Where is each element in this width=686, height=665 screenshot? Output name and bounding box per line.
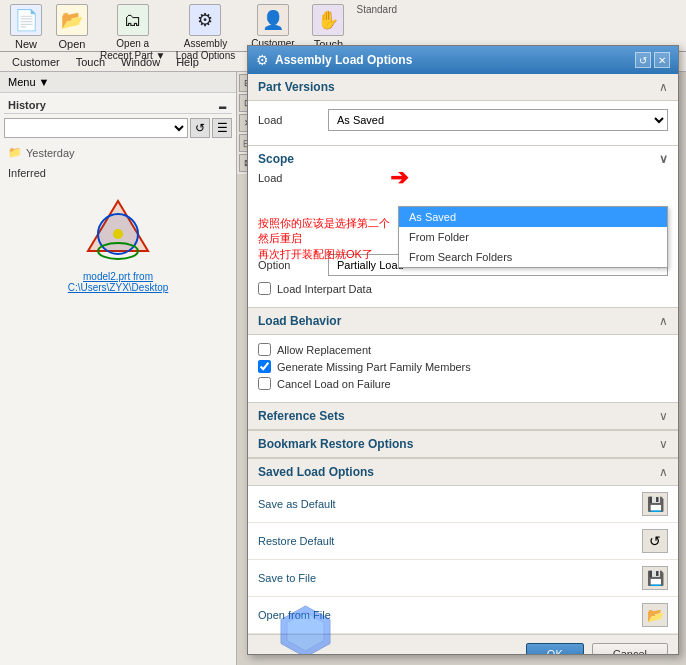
menu-window[interactable]: Window [113, 56, 168, 68]
recent-icon: 🗂 [117, 4, 149, 36]
cancel-load-checkbox[interactable] [258, 377, 271, 390]
save-default-row: Save as Default 💾 [248, 486, 678, 523]
open-icon: 📂 [56, 4, 88, 36]
restore-default-btn[interactable]: ↺ [642, 529, 668, 553]
new-icon: 📄 [10, 4, 42, 36]
load-row: Load As Saved [258, 109, 668, 131]
standard-label: Standard [356, 4, 397, 15]
dialog-close-btn[interactable]: ✕ [654, 52, 670, 68]
yesterday-label: Yesterday [26, 147, 75, 159]
open-button[interactable]: 📂 Open [54, 4, 90, 50]
menu-touch[interactable]: Touch [68, 56, 113, 68]
restore-default-row: Restore Default ↺ [248, 523, 678, 560]
cancel-load-row: Cancel Load on Failure [258, 377, 668, 390]
sidebar: Menu ▼ History 🗕 ↺ ☰ 📁 Yesterday Inferre… [0, 72, 237, 665]
bookmark-header[interactable]: Bookmark Restore Options ∨ [248, 431, 678, 458]
minimize-icon[interactable]: 🗕 [217, 99, 228, 111]
interpart-checkbox-row: Load Interpart Data [258, 282, 668, 295]
part-versions-header[interactable]: Part Versions ∧ [248, 74, 678, 101]
annotation-line1: 按照你的应该是选择第二个 然后重启 再次打开装配图就OK了 [258, 216, 390, 262]
dropdown-as-saved[interactable]: As Saved [399, 207, 667, 227]
dialog-titlebar: ⚙ Assembly Load Options ↺ ✕ [248, 46, 678, 74]
recent-button[interactable]: 🗂 Open aRecent Part ▼ [100, 4, 165, 62]
cancel-button[interactable]: Cancel [592, 643, 668, 654]
history-select[interactable] [4, 118, 188, 138]
reference-sets-section: Reference Sets ∨ [248, 403, 678, 431]
bookmark-chevron: ∨ [659, 437, 668, 451]
part-versions-title: Part Versions [258, 80, 335, 94]
interpart-label: Load Interpart Data [277, 283, 372, 295]
allow-replacement-row: Allow Replacement [258, 343, 668, 356]
dialog-refresh-btn[interactable]: ↺ [635, 52, 651, 68]
scope-load-label: Load [258, 172, 328, 184]
svg-point-5 [113, 229, 123, 239]
part-versions-content: Load As Saved [248, 101, 678, 146]
save-default-btn[interactable]: 💾 [642, 492, 668, 516]
generate-missing-row: Generate Missing Part Family Members [258, 360, 668, 373]
dialog-title-icon: ⚙ [256, 52, 269, 68]
generate-missing-checkbox[interactable] [258, 360, 271, 373]
assembly-button[interactable]: ⚙ AssemblyLoad Options [175, 4, 235, 62]
assembly-icon: ⚙ [189, 4, 221, 36]
load-behavior-header[interactable]: Load Behavior ∧ [248, 308, 678, 335]
history-panel: History 🗕 ↺ ☰ 📁 Yesterday Inferred [0, 93, 236, 305]
bookmark-title: Bookmark Restore Options [258, 437, 413, 451]
load-select[interactable]: As Saved [328, 109, 668, 131]
save-default-label: Save as Default [258, 498, 336, 510]
history-header: History 🗕 [4, 97, 232, 114]
scope-header: Scope ∨ [258, 146, 668, 172]
yesterday-item[interactable]: 📁 Yesterday [4, 142, 232, 163]
history-label: History [8, 99, 46, 111]
scope-load-row: Load As Saved From Folder From Search Fo… [258, 172, 668, 184]
load-label: Load [258, 114, 328, 126]
hex-watermark [278, 604, 333, 654]
menu-help[interactable]: Help [168, 56, 207, 68]
cancel-load-label: Cancel Load on Failure [277, 378, 391, 390]
customer-icon: 👤 [257, 4, 289, 36]
menu-dropdown-btn[interactable]: Menu ▼ [0, 72, 236, 93]
interpart-checkbox[interactable] [258, 282, 271, 295]
scope-dropdown: As Saved From Folder From Search Folders [398, 206, 668, 268]
model-icon [78, 191, 158, 271]
touch-icon: ✋ [312, 4, 344, 36]
part-versions-chevron: ∧ [659, 80, 668, 94]
generate-missing-label: Generate Missing Part Family Members [277, 361, 471, 373]
save-to-file-label: Save to File [258, 572, 316, 584]
assembly-load-options-dialog: ⚙ Assembly Load Options ↺ ✕ Part Version… [247, 45, 679, 655]
new-button[interactable]: 📄 New [8, 4, 44, 50]
dropdown-from-folder[interactable]: From Folder [399, 227, 667, 247]
load-behavior-title: Load Behavior [258, 314, 341, 328]
dropdown-from-search-folders[interactable]: From Search Folders [399, 247, 667, 267]
allow-replacement-checkbox[interactable] [258, 343, 271, 356]
bookmark-section: Bookmark Restore Options ∨ [248, 431, 678, 459]
red-arrow-annotation: ➔ [390, 165, 408, 191]
dialog-title-text: Assembly Load Options [275, 53, 635, 67]
open-label: Open [59, 38, 86, 50]
view-btn[interactable]: ☰ [212, 118, 232, 138]
new-label: New [15, 38, 37, 50]
scope-title: Scope [258, 152, 294, 166]
saved-options-title: Saved Load Options [258, 465, 374, 479]
scope-load-container: Load As Saved From Folder From Search Fo… [258, 172, 668, 184]
save-to-file-row: Save to File 💾 [248, 560, 678, 597]
dialog-body: Part Versions ∧ Load As Saved Scope ∨ Lo… [248, 74, 678, 654]
saved-options-chevron: ∧ [659, 465, 668, 479]
dialog-title-buttons: ↺ ✕ [635, 52, 670, 68]
inferred-label: Inferred [4, 163, 232, 183]
reference-sets-header[interactable]: Reference Sets ∨ [248, 403, 678, 430]
menu-customer[interactable]: Customer [4, 56, 68, 68]
touch-button[interactable]: ✋ Touch [310, 4, 346, 50]
reference-sets-title: Reference Sets [258, 409, 345, 423]
undo-btn[interactable]: ↺ [190, 118, 210, 138]
open-from-file-btn[interactable]: 📂 [642, 603, 668, 627]
model-link[interactable]: model2.prt fromC:\Users\ZYX\Desktop [68, 271, 169, 293]
folder-icon: 📁 [8, 146, 22, 159]
ok-button[interactable]: OK [526, 643, 584, 654]
load-behavior-chevron: ∧ [659, 314, 668, 328]
save-to-file-btn[interactable]: 💾 [642, 566, 668, 590]
saved-options-header[interactable]: Saved Load Options ∧ [248, 459, 678, 486]
reference-sets-chevron: ∨ [659, 409, 668, 423]
allow-replacement-label: Allow Replacement [277, 344, 371, 356]
restore-default-label: Restore Default [258, 535, 334, 547]
dialog-footer: OK Cancel [248, 634, 678, 654]
